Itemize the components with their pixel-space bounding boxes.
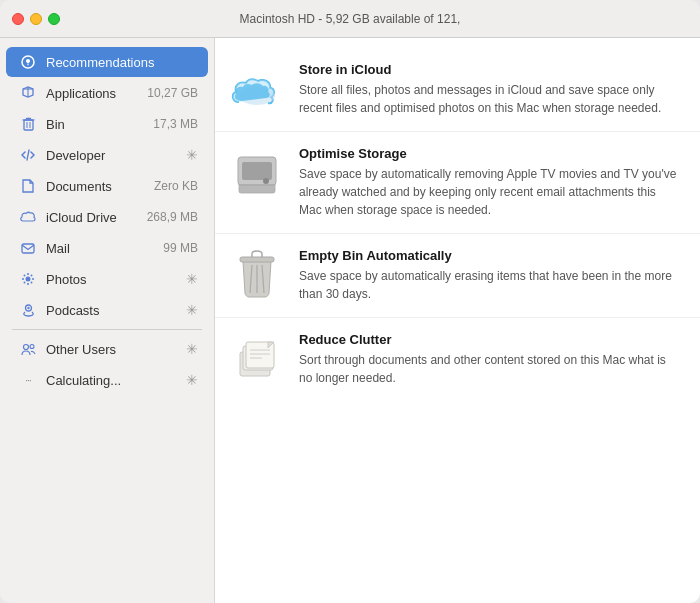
traffic-lights	[12, 13, 60, 25]
clutter-title: Reduce Clutter	[299, 332, 680, 347]
sidebar-item-developer[interactable]: Developer ✳	[6, 140, 208, 170]
svg-rect-22	[242, 162, 272, 180]
svg-point-23	[263, 178, 269, 184]
sidebar-item-mail[interactable]: Mail 99 MB	[6, 233, 208, 263]
sidebar-item-icloud[interactable]: iCloud Drive 268,9 MB	[6, 202, 208, 232]
icloud-label: iCloud Drive	[46, 210, 143, 225]
fullscreen-button[interactable]	[48, 13, 60, 25]
store-icloud-content: Store in iCloud Store all files, photos …	[299, 62, 680, 117]
bin-label: Bin	[46, 117, 149, 132]
photos-icon	[18, 269, 38, 289]
calculating-spinner: ✳	[186, 372, 198, 388]
other-users-spinner: ✳	[186, 341, 198, 357]
documents-label: Documents	[46, 179, 150, 194]
bin-size: 17,3 MB	[153, 117, 198, 131]
svg-point-16	[27, 307, 29, 309]
svg-rect-24	[239, 185, 275, 193]
calculating-label: Calculating...	[46, 373, 186, 388]
applications-label: Applications	[46, 86, 143, 101]
store-icloud-title: Store in iCloud	[299, 62, 680, 77]
svg-rect-5	[22, 244, 34, 253]
window-title: Macintosh HD - 5,92 GB available of 121,	[240, 12, 461, 26]
empty-bin-content: Empty Bin Automatically Save space by au…	[299, 248, 680, 303]
clutter-content: Reduce Clutter Sort through documents an…	[299, 332, 680, 387]
mail-size: 99 MB	[163, 241, 198, 255]
developer-label: Developer	[46, 148, 186, 163]
recommendations-icon	[18, 52, 38, 72]
svg-point-10	[32, 278, 34, 280]
minimize-button[interactable]	[30, 13, 42, 25]
icloud-icon	[18, 207, 38, 227]
svg-rect-29	[240, 257, 274, 262]
svg-point-9	[22, 278, 24, 280]
title-bar: Macintosh HD - 5,92 GB available of 121,	[0, 0, 700, 38]
empty-bin-title: Empty Bin Automatically	[299, 248, 680, 263]
svg-point-11	[24, 275, 26, 277]
recommendation-store-icloud: Store in iCloud Store all files, photos …	[215, 48, 700, 132]
applications-icon	[18, 83, 38, 103]
svg-point-12	[31, 275, 33, 277]
close-button[interactable]	[12, 13, 24, 25]
bin-rec-icon	[231, 248, 283, 300]
podcasts-icon	[18, 300, 38, 320]
sidebar: Recommendations Applications 10,27 GB ◀	[0, 38, 215, 603]
main-content: Recommendations Applications 10,27 GB ◀	[0, 38, 700, 603]
recommendation-optimise: Optimise Storage Save space by automatic…	[215, 132, 700, 234]
other-users-label: Other Users	[46, 342, 186, 357]
sidebar-item-documents[interactable]: Documents Zero KB	[6, 171, 208, 201]
optimise-content: Optimise Storage Save space by automatic…	[299, 146, 680, 219]
svg-point-6	[26, 277, 31, 282]
right-panel: Store in iCloud Store all files, photos …	[215, 38, 700, 603]
sidebar-item-podcasts[interactable]: Podcasts ✳	[6, 295, 208, 325]
sidebar-item-calculating[interactable]: ··· Calculating... ✳	[6, 365, 208, 395]
svg-rect-2	[24, 120, 33, 130]
hdd-rec-icon	[231, 146, 283, 198]
sidebar-item-recommendations[interactable]: Recommendations	[6, 47, 208, 77]
sidebar-item-applications[interactable]: Applications 10,27 GB ◀	[6, 78, 208, 108]
documents-icon	[18, 176, 38, 196]
store-icloud-desc: Store all files, photos and messages in …	[299, 81, 680, 117]
svg-point-18	[30, 345, 34, 349]
photos-spinner: ✳	[186, 271, 198, 287]
mail-icon	[18, 238, 38, 258]
applications-size: 10,27 GB	[147, 86, 198, 100]
clutter-desc: Sort through documents and other content…	[299, 351, 680, 387]
bin-icon	[18, 114, 38, 134]
svg-rect-1	[27, 64, 28, 65]
sidebar-item-other-users[interactable]: Other Users ✳	[6, 334, 208, 364]
window: Macintosh HD - 5,92 GB available of 121,…	[0, 0, 700, 603]
svg-point-8	[27, 283, 29, 285]
recommendation-empty-bin: Empty Bin Automatically Save space by au…	[215, 234, 700, 318]
sidebar-divider	[12, 329, 202, 330]
svg-point-14	[31, 282, 33, 284]
clutter-rec-icon	[231, 332, 283, 384]
podcasts-spinner: ✳	[186, 302, 198, 318]
photos-label: Photos	[46, 272, 186, 287]
svg-point-13	[24, 282, 26, 284]
sidebar-item-photos[interactable]: Photos ✳	[6, 264, 208, 294]
recommendation-clutter: Reduce Clutter Sort through documents an…	[215, 318, 700, 401]
icloud-size: 268,9 MB	[147, 210, 198, 224]
svg-point-7	[27, 273, 29, 275]
developer-icon	[18, 145, 38, 165]
icloud-rec-icon	[231, 62, 283, 114]
developer-spinner: ✳	[186, 147, 198, 163]
podcasts-label: Podcasts	[46, 303, 186, 318]
other-users-icon	[18, 339, 38, 359]
sidebar-item-bin[interactable]: Bin 17,3 MB	[6, 109, 208, 139]
empty-bin-desc: Save space by automatically erasing item…	[299, 267, 680, 303]
documents-size: Zero KB	[154, 179, 198, 193]
optimise-desc: Save space by automatically removing App…	[299, 165, 680, 219]
svg-point-17	[23, 345, 28, 350]
recommendations-label: Recommendations	[46, 55, 198, 70]
mail-label: Mail	[46, 241, 159, 256]
calculating-icon: ···	[18, 370, 38, 390]
optimise-title: Optimise Storage	[299, 146, 680, 161]
